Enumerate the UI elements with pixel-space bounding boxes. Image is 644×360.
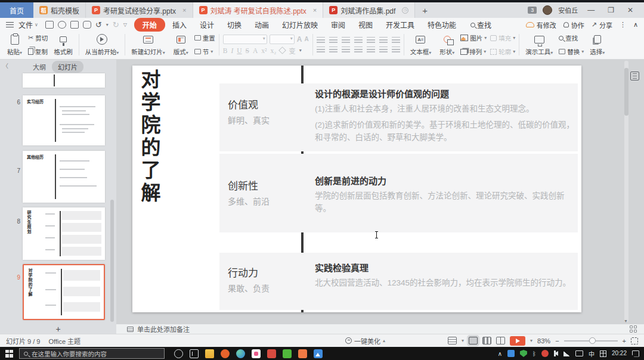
- edge-icon[interactable]: [236, 349, 245, 358]
- paste-button[interactable]: 粘贴▾: [5, 33, 24, 57]
- menu-tab-review[interactable]: 审阅: [325, 18, 351, 31]
- menu-tab-design[interactable]: 设计: [194, 18, 220, 31]
- share-button[interactable]: ↗分享: [592, 20, 612, 30]
- tab-pdf-document[interactable]: P 刘斌涛作品集.pdf ◷: [323, 2, 415, 18]
- slide-thumbnail-6[interactable]: 实习经历: [23, 95, 105, 145]
- fit-slide-icon[interactable]: [631, 337, 638, 345]
- arrange-button[interactable]: 排列▾: [460, 47, 487, 56]
- tab-home[interactable]: 首页: [0, 2, 33, 18]
- slides-tab[interactable]: 幻灯片: [52, 61, 83, 73]
- slide-thumbnail-partial[interactable]: [23, 73, 105, 88]
- file-explorer-icon[interactable]: [205, 349, 214, 358]
- clear-format-icon[interactable]: [278, 46, 286, 54]
- close-tab-icon[interactable]: ×: [182, 7, 186, 14]
- cortana-icon[interactable]: [174, 349, 183, 358]
- file-menu[interactable]: 文件∨: [18, 20, 38, 30]
- menu-tab-transition[interactable]: 切换: [221, 18, 247, 31]
- text-direction-icon[interactable]: [379, 37, 388, 44]
- zoom-level[interactable]: 83%: [537, 337, 550, 345]
- format-painter-button[interactable]: 格式刷: [51, 33, 75, 57]
- align-top-icon[interactable]: [379, 46, 388, 53]
- select-button[interactable]: 选择▾: [587, 33, 607, 57]
- output-icon[interactable]: [58, 21, 66, 29]
- font-family-select[interactable]: [223, 35, 267, 44]
- menu-tab-animation[interactable]: 动画: [249, 18, 275, 31]
- print-preview-icon[interactable]: [83, 21, 91, 29]
- slide-canvas[interactable]: 对学院的了解 价值观 鲜明、真实 设计的根源是设计师价值观的问题 (1)注重人和…: [116, 60, 644, 324]
- bullets-icon[interactable]: [317, 37, 325, 44]
- play-from-current-button[interactable]: 从当前开始▾: [83, 33, 122, 57]
- textbox-button[interactable]: A≡文本框▾: [408, 33, 434, 57]
- strikethrough-button[interactable]: S: [246, 47, 249, 54]
- fill-button[interactable]: 填充▾: [490, 33, 515, 42]
- customize-toolbar-icon[interactable]: ▽: [123, 22, 127, 27]
- meeting-app-icon[interactable]: [314, 349, 323, 358]
- zoom-slider-knob[interactable]: [589, 337, 596, 344]
- collapse-ribbon-icon[interactable]: ∧: [633, 21, 638, 29]
- columns-icon[interactable]: [392, 37, 400, 44]
- pink-app-icon[interactable]: [252, 349, 261, 358]
- increase-indent-icon[interactable]: [354, 37, 363, 44]
- username[interactable]: 安伯丘: [558, 5, 578, 15]
- font-color-button[interactable]: A: [253, 47, 258, 54]
- new-slide-button[interactable]: 新建幻灯片▾: [129, 33, 168, 57]
- clock[interactable]: 20:22: [612, 350, 627, 356]
- add-slide-button[interactable]: +: [0, 324, 116, 334]
- slide-thumbnail-8[interactable]: 研究生规划: [23, 207, 105, 260]
- undo-icon[interactable]: ↺: [95, 20, 102, 29]
- beautify-button[interactable]: 一键美化▴: [345, 336, 385, 346]
- close-button[interactable]: ✕: [624, 6, 637, 14]
- print-icon[interactable]: [70, 21, 79, 29]
- network-icon[interactable]: [564, 351, 570, 356]
- zoom-in-icon[interactable]: +: [623, 337, 626, 345]
- presentation-tools-button[interactable]: 演示工具▾: [523, 33, 555, 57]
- taskbar-search-input[interactable]: 在这里输入你要搜索的内容: [19, 348, 165, 359]
- slide-row-innovation[interactable]: 创新性 多维、前沿 创新是前进的动力 学院的创新层面包括教育创新、方法论创新、理…: [219, 154, 578, 232]
- align-right-icon[interactable]: [342, 46, 350, 53]
- red-app-icon[interactable]: [267, 349, 276, 358]
- align-bottom-icon[interactable]: [392, 46, 400, 53]
- bluetooth-icon[interactable]: ᛒ: [532, 350, 536, 357]
- numbering-icon[interactable]: [329, 37, 338, 44]
- close-tab-icon[interactable]: ×: [313, 7, 317, 14]
- cloud-status[interactable]: 有修改: [526, 20, 556, 30]
- menu-tab-special-features[interactable]: 特色功能: [422, 18, 462, 31]
- decrease-font-icon[interactable]: A: [304, 36, 308, 42]
- task-view-icon[interactable]: [190, 349, 199, 358]
- security-shield-icon[interactable]: [520, 350, 527, 357]
- slide-thumbnail-9-selected[interactable]: 对学院的了解: [23, 264, 105, 320]
- new-tab-button[interactable]: +: [415, 2, 435, 18]
- text-effects-button[interactable]: 变: [289, 46, 296, 55]
- reading-view-icon[interactable]: [496, 337, 505, 345]
- italic-button[interactable]: I: [231, 47, 233, 54]
- notes-view-icon[interactable]: [448, 337, 457, 345]
- menu-tab-developer[interactable]: 开发工具: [380, 18, 420, 31]
- cut-button[interactable]: ✂剪切: [28, 33, 48, 42]
- scroll-down-icon[interactable]: ▼: [624, 319, 628, 323]
- menu-tab-home[interactable]: 开始: [134, 18, 165, 32]
- canvas-scrollbar[interactable]: [624, 61, 628, 322]
- zoom-slider[interactable]: [564, 340, 618, 342]
- more-options-icon[interactable]: ⋮: [620, 21, 626, 29]
- keyboard-icon[interactable]: [575, 350, 583, 356]
- user-avatar[interactable]: [543, 5, 552, 15]
- ime-mode-icon[interactable]: [600, 350, 606, 357]
- slideshow-play-button[interactable]: [510, 336, 525, 346]
- normal-view-icon[interactable]: [469, 337, 478, 345]
- superscript-button[interactable]: x²: [261, 47, 267, 54]
- volume-icon[interactable]: [554, 351, 558, 356]
- menu-tab-slideshow[interactable]: 幻灯片放映: [276, 18, 324, 31]
- slide-title-vertical[interactable]: 对学院的了解: [140, 69, 159, 205]
- tab-document-1[interactable]: P 考研复试经验分享.pptx ×: [86, 2, 193, 18]
- zoom-out-icon[interactable]: −: [555, 337, 559, 345]
- undo-caret-icon[interactable]: ▾: [106, 22, 109, 27]
- shapes-button[interactable]: 形状▾: [437, 33, 457, 57]
- align-center-icon[interactable]: [329, 46, 338, 53]
- find-menu[interactable]: 查找: [470, 20, 491, 30]
- slide-row-action[interactable]: 行动力 果敢、负责 实践检验真理 北大校园营造活动、12345的社会影响力，均在…: [219, 253, 578, 310]
- browser-app-icon[interactable]: [221, 349, 230, 358]
- layout-button[interactable]: 版式▾: [171, 33, 191, 57]
- wechat-icon[interactable]: [283, 349, 292, 358]
- increase-font-icon[interactable]: A: [297, 35, 302, 44]
- orange-app-icon[interactable]: [298, 349, 307, 358]
